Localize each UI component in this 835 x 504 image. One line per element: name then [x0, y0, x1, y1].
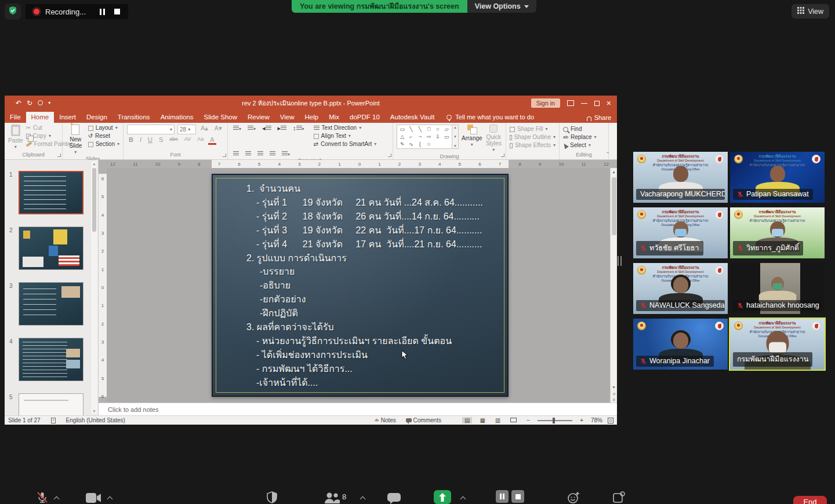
character-spacing-button[interactable]: AV: [183, 136, 193, 142]
shape-icon[interactable]: ✎: [400, 141, 405, 147]
ribbon-display-options-icon[interactable]: [567, 100, 574, 106]
shape-effects-button[interactable]: Shape Effects▾: [510, 142, 556, 149]
participant-tile[interactable]: hataichanok hnoosang: [730, 263, 825, 314]
slide-canvas[interactable]: 1. จำนวนคน - รุ่นที่ 1 19 จังหวัด 21 คน …: [107, 168, 610, 403]
quick-styles-button[interactable]: Quick Styles▾: [485, 125, 502, 153]
increase-indent-button[interactable]: ▸: [276, 125, 289, 132]
shape-icon[interactable]: ⇨: [427, 134, 431, 140]
tab-slide-show[interactable]: Slide Show: [199, 112, 243, 123]
shape-icon[interactable]: ¬: [419, 134, 422, 140]
minimize-button[interactable]: [581, 103, 587, 104]
pause-recording-button[interactable]: [100, 9, 105, 15]
slide-thumbnail[interactable]: 3: [5, 282, 98, 326]
participant-tile[interactable]: กรมพัฒนาฝีมือแรงงานDepartment of Skill D…: [730, 152, 825, 203]
pause-recording-button[interactable]: [496, 490, 509, 503]
shape-icon[interactable]: ☆: [427, 141, 431, 147]
bold-button[interactable]: B: [127, 136, 135, 143]
font-name-combo[interactable]: ▾: [127, 125, 175, 134]
shape-gallery[interactable]: ▭╲╲□○▱△⌐¬⇨⇩▭✎∿{☆: [397, 125, 452, 149]
shape-icon[interactable]: ∿: [409, 141, 413, 147]
columns-button[interactable]: ▾: [280, 150, 292, 157]
section-button[interactable]: Section▾: [88, 141, 119, 148]
select-button[interactable]: Select▾: [563, 142, 605, 149]
participants-options-chevron[interactable]: [361, 496, 365, 501]
participant-tile[interactable]: กรมพัฒนาฝีมือแรงงานDepartment of Skill D…: [633, 207, 728, 258]
scrollbar-thumb[interactable]: [612, 177, 616, 235]
scroll-down-icon[interactable]: ▼: [93, 408, 96, 414]
reset-button[interactable]: ↺Reset: [88, 133, 119, 140]
stop-recording-button[interactable]: [114, 9, 120, 14]
close-button[interactable]: ×: [607, 99, 611, 107]
view-options-button[interactable]: View Options: [467, 0, 536, 13]
chat-button[interactable]: [387, 493, 401, 504]
dialog-launcher-icon[interactable]: [501, 154, 504, 157]
font-color-button[interactable]: A: [208, 136, 216, 145]
shape-icon[interactable]: □: [427, 126, 430, 132]
arrange-button[interactable]: Arrange▾: [462, 125, 482, 148]
scroll-up-icon[interactable]: ▲: [612, 168, 616, 176]
convert-smartart-button[interactable]: ⇄Convert to SmartArt▾: [314, 141, 377, 148]
panel-resize-handle[interactable]: [618, 256, 622, 266]
new-slide-button[interactable]: New Slide▾: [66, 125, 85, 155]
share-options-chevron[interactable]: [461, 496, 466, 501]
shape-outline-button[interactable]: Shape Outline▾: [510, 134, 556, 141]
panel-scrollbar[interactable]: ▲ ▼: [91, 161, 97, 414]
shape-icon[interactable]: ▭: [400, 126, 405, 132]
restore-button[interactable]: [594, 101, 600, 106]
tab-mix[interactable]: Mix: [324, 112, 344, 123]
shape-icon[interactable]: ○: [436, 126, 439, 132]
collapse-ribbon-icon[interactable]: ⌃: [605, 151, 610, 157]
tab-help[interactable]: Help: [300, 112, 324, 123]
tab-autodesk-vault[interactable]: Autodesk Vault: [385, 112, 440, 123]
slide-number-status[interactable]: Slide 1 of 27: [8, 417, 41, 423]
shape-icon[interactable]: ⌐: [409, 134, 412, 140]
security-verified-button[interactable]: [5, 3, 21, 20]
dialog-launcher-icon[interactable]: [57, 154, 61, 157]
shape-gallery-scrollbar[interactable]: ▲▼▼: [452, 125, 459, 149]
tab-transitions[interactable]: Transitions: [112, 112, 155, 123]
previous-slide-button[interactable]: «: [611, 392, 616, 395]
share-screen-button[interactable]: [434, 490, 451, 504]
change-case-button[interactable]: Aa: [195, 136, 205, 142]
grow-font-button[interactable]: A▴: [199, 125, 210, 132]
shape-icon[interactable]: ╲: [409, 126, 412, 132]
shape-icon[interactable]: ⇩: [435, 134, 440, 140]
comments-toggle-button[interactable]: Comments: [404, 417, 444, 423]
participants-button[interactable]: [324, 492, 340, 504]
security-button[interactable]: [266, 491, 278, 504]
decrease-indent-button[interactable]: ◂: [260, 125, 273, 132]
text-shadow-button[interactable]: S: [157, 136, 165, 143]
tell-me-box[interactable]: Tell me what you want to do: [446, 114, 534, 123]
participant-tile[interactable]: Woranipa Jinachar: [633, 319, 728, 370]
redo-icon[interactable]: ↻: [27, 100, 32, 107]
apps-button[interactable]: [612, 491, 625, 504]
tab-animations[interactable]: Animations: [155, 112, 199, 123]
mute-button[interactable]: [36, 491, 49, 504]
font-size-combo[interactable]: 28▾: [177, 125, 196, 134]
shape-icon[interactable]: ╲: [419, 126, 422, 132]
slideshow-button[interactable]: [508, 417, 519, 423]
shape-icon[interactable]: ▱: [445, 126, 449, 132]
accessibility-icon[interactable]: [51, 418, 56, 423]
tab-review[interactable]: Review: [242, 112, 275, 123]
tab-dopdf[interactable]: doPDF 10: [344, 112, 385, 123]
customize-qat-icon[interactable]: ▾: [48, 101, 50, 105]
slide-sorter-view-button[interactable]: ▦: [477, 417, 487, 423]
slide-thumbnail[interactable]: 4: [5, 338, 98, 381]
participant-tile[interactable]: กรมพัฒนาฝีมือแรงงานDepartment of Skill D…: [730, 207, 825, 258]
next-slide-button[interactable]: «: [611, 398, 616, 401]
zoom-in-button[interactable]: +: [578, 417, 586, 423]
slide-thumbnail[interactable]: 5: [5, 393, 98, 415]
align-text-button[interactable]: Align Text▾: [314, 133, 377, 140]
replace-button[interactable]: abReplace▾: [563, 134, 605, 141]
fit-slide-icon[interactable]: [608, 418, 613, 423]
zoom-out-button[interactable]: −: [524, 417, 532, 423]
text-direction-button[interactable]: Text Direction▾: [314, 125, 377, 132]
view-button[interactable]: View: [792, 4, 829, 19]
tab-file[interactable]: File: [5, 112, 26, 123]
shrink-font-button[interactable]: A▾: [213, 125, 224, 132]
italic-button[interactable]: I: [138, 136, 143, 143]
slide-thumbnail[interactable]: 2: [5, 227, 98, 270]
shape-icon[interactable]: △: [400, 134, 404, 140]
shape-fill-button[interactable]: Shape Fill▾: [510, 126, 556, 133]
